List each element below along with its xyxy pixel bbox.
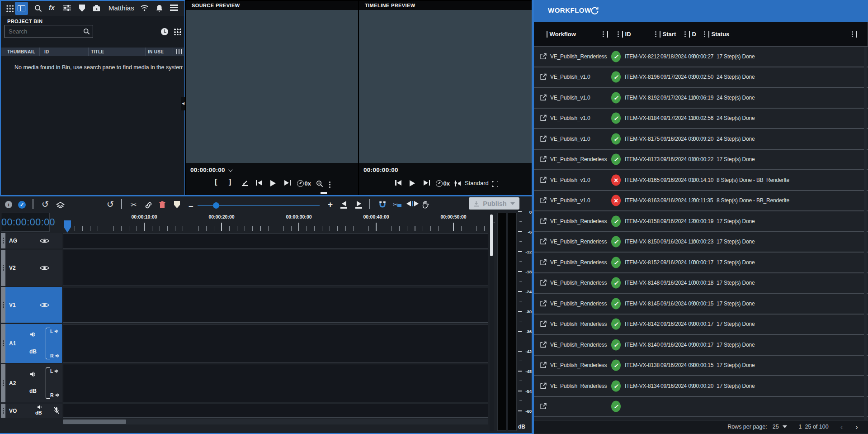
gain-label[interactable]: dB xyxy=(29,348,37,355)
media-export-icon[interactable] xyxy=(93,5,100,12)
track-drag-handle[interactable] xyxy=(1,364,5,402)
track-header-AG[interactable]: AG xyxy=(1,233,62,248)
horizontal-scrollbar-thumb[interactable] xyxy=(63,420,126,424)
snap-magnet-icon[interactable] xyxy=(379,201,386,208)
zoom-icon[interactable] xyxy=(316,180,323,187)
workflow-row[interactable]: VE_Publish_v1.0 ITEM-VX-8192 09/17/2024 … xyxy=(534,88,868,109)
workflow-row[interactable]: VE_Publish_v1.0 ITEM-VX-8175 09/16/2024 … xyxy=(534,129,868,150)
mark-out-button[interactable]: ] xyxy=(229,178,231,186)
track-drag-handle[interactable] xyxy=(1,404,5,418)
menu-icon[interactable] xyxy=(170,5,178,11)
eye-icon[interactable] xyxy=(40,265,49,271)
open-workflow-icon[interactable] xyxy=(539,114,547,122)
open-workflow-icon[interactable] xyxy=(539,94,547,101)
workflow-row[interactable] xyxy=(534,397,868,418)
workflow-row[interactable]: VE_Publish_Renderless ITEM-VX-8212 09/18… xyxy=(534,47,868,67)
open-workflow-icon[interactable] xyxy=(539,341,547,348)
go-to-start-button[interactable] xyxy=(256,180,262,186)
panel-resize-grip[interactable] xyxy=(321,192,327,194)
workflow-row[interactable]: VE_Publish_Renderless ITEM-VX-8140 09/16… xyxy=(534,335,868,356)
open-workflow-icon[interactable] xyxy=(539,382,547,390)
track-header-V2[interactable]: V2 xyxy=(1,250,62,286)
mark-in-button[interactable]: [ xyxy=(215,178,217,186)
delete-icon[interactable] xyxy=(159,201,165,209)
speaker-icon[interactable] xyxy=(37,405,43,410)
track-drag-handle[interactable] xyxy=(1,324,5,363)
link-clips-icon[interactable] xyxy=(145,201,152,209)
extract-right-icon[interactable] xyxy=(355,201,362,209)
eye-icon[interactable] xyxy=(40,302,49,308)
track-lane-VO[interactable] xyxy=(63,404,488,418)
track-header-A1-selected[interactable]: A1 dB L R xyxy=(1,324,62,363)
col-duration[interactable]: D xyxy=(684,31,696,38)
bin-col-inuse[interactable]: IN USE xyxy=(148,49,164,54)
channel-right[interactable]: R xyxy=(50,392,60,398)
shield-icon[interactable] xyxy=(79,5,85,12)
gain-label[interactable]: dB xyxy=(29,388,37,394)
track-drag-handle[interactable] xyxy=(1,287,5,323)
channel-left[interactable]: L xyxy=(50,368,59,374)
track-lane-V1[interactable] xyxy=(63,287,488,323)
razor-all-tracks-icon[interactable]: ✂ xyxy=(393,200,401,209)
insert-edit-icon[interactable] xyxy=(241,180,249,186)
vertical-scrollbar-thumb[interactable] xyxy=(490,215,493,256)
eye-icon[interactable] xyxy=(40,238,49,244)
open-workflow-icon[interactable] xyxy=(539,258,547,266)
col-start[interactable]: Start xyxy=(655,31,676,38)
select-check-icon[interactable]: ✓ xyxy=(18,201,26,209)
channel-left[interactable]: L xyxy=(50,329,59,334)
info-icon[interactable]: i xyxy=(5,201,12,208)
workflow-row[interactable]: VE_Publish_v1.0 ITEM-VX-8196 09/17/2024 … xyxy=(534,67,868,88)
notifications-bell-icon[interactable] xyxy=(156,5,163,12)
workflow-row[interactable]: VE_Publish_Renderless ITEM-VX-8148 09/16… xyxy=(534,273,868,294)
timeline-ruler[interactable]: 00:00:10:00 00:00:20:00 00:00:30:00 00:0… xyxy=(50,213,488,232)
bin-col-id[interactable]: ID xyxy=(44,49,49,54)
rows-per-page-value[interactable]: 25 xyxy=(773,424,779,430)
open-workflow-icon[interactable] xyxy=(539,176,547,184)
play-button[interactable] xyxy=(410,180,415,186)
sliders-icon[interactable] xyxy=(63,5,71,11)
zoom-slider-knob[interactable] xyxy=(213,202,219,209)
grid-view-icon[interactable] xyxy=(174,28,181,35)
workflow-row[interactable]: VE_Publish_Renderless ITEM-VX-8134 09/16… xyxy=(534,376,868,397)
track-lane-AG[interactable] xyxy=(63,233,488,248)
source-preview-video[interactable] xyxy=(186,10,358,163)
trim-icon[interactable] xyxy=(406,201,419,206)
col-id[interactable]: ID xyxy=(618,31,631,38)
open-workflow-icon[interactable] xyxy=(539,300,547,307)
gain-label[interactable]: dB xyxy=(35,410,42,415)
col-grip[interactable] xyxy=(852,31,859,38)
audio-levels-icon[interactable] xyxy=(454,180,462,187)
open-workflow-icon[interactable] xyxy=(539,73,547,81)
refresh-icon[interactable] xyxy=(590,6,599,15)
rows-per-page-dropdown-icon[interactable] xyxy=(783,425,787,428)
cut-icon[interactable]: ✂ xyxy=(131,200,137,209)
go-to-start-button[interactable] xyxy=(395,180,401,186)
workflow-row[interactable]: VE_Publish_Renderless ITEM-VX-8173 09/16… xyxy=(534,150,868,171)
track-lane-V2[interactable] xyxy=(63,250,488,286)
mic-muted-icon[interactable] xyxy=(53,407,60,415)
col-grip[interactable] xyxy=(603,31,609,38)
channel-right[interactable]: R xyxy=(50,353,60,358)
track-lane-A1[interactable] xyxy=(63,324,488,363)
col-status[interactable]: Status xyxy=(704,31,729,38)
history-icon[interactable] xyxy=(161,28,168,35)
history-icon[interactable]: ↺ xyxy=(107,201,114,208)
bin-search-input[interactable] xyxy=(8,27,80,36)
horizontal-scrollbar[interactable] xyxy=(63,419,488,424)
workflow-row[interactable]: VE_Publish_Renderless ITEM-VX-8138 09/16… xyxy=(534,356,868,377)
lift-left-icon[interactable] xyxy=(340,201,347,209)
play-button[interactable] xyxy=(270,180,276,186)
workflow-row[interactable]: VE_Publish_Renderless ITEM-VX-8152 09/16… xyxy=(534,253,868,273)
track-header-V1-selected[interactable]: V1 xyxy=(1,287,62,323)
publish-dropdown-icon[interactable] xyxy=(510,202,515,205)
workflow-row[interactable]: VE_Publish_Renderless ITEM-VX-8150 09/16… xyxy=(534,232,868,253)
undo-icon[interactable]: ↺ xyxy=(42,201,49,208)
open-workflow-icon[interactable] xyxy=(539,52,547,60)
workflow-row[interactable]: VE_Publish_Renderless ITEM-VX-8145 09/16… xyxy=(534,294,868,315)
wifi-icon[interactable] xyxy=(140,5,149,11)
track-lane-A2[interactable] xyxy=(63,364,488,402)
zoom-in-button[interactable]: + xyxy=(328,201,333,208)
source-timecode[interactable]: 00:00:00:00 xyxy=(190,167,231,173)
apps-grid-icon[interactable] xyxy=(6,5,14,12)
